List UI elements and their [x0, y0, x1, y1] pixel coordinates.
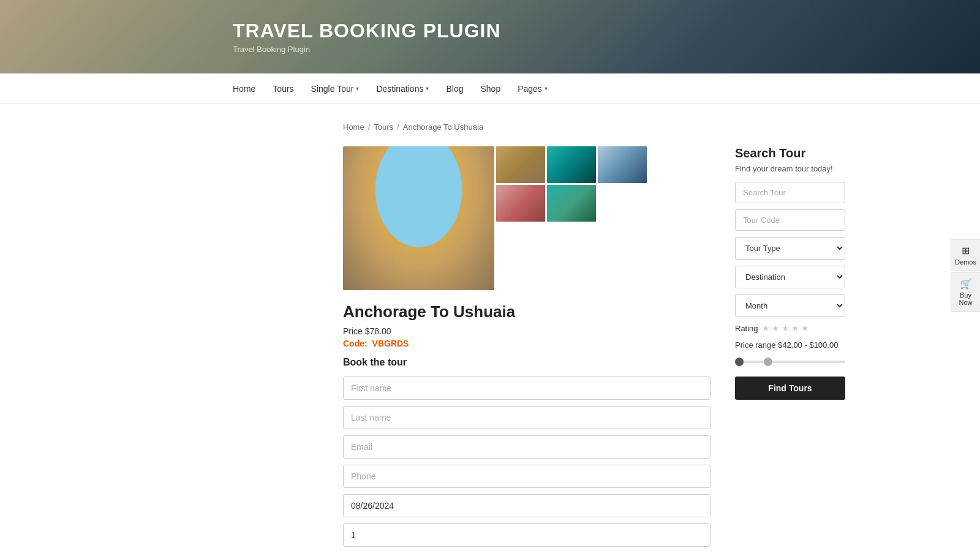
range-handle-left[interactable] — [735, 358, 744, 366]
email-row — [343, 435, 710, 459]
hero-subtitle: Travel Booking Plugin — [233, 45, 501, 54]
main-wrapper: Home / Tours / Anchorage To Ushuaia — [110, 104, 870, 551]
nav-pages[interactable]: Pages ▾ — [518, 84, 548, 94]
tour-type-select[interactable]: Tour Type Day Tour Multi-Day Tour Advent… — [735, 237, 845, 260]
buy-now-label: Buy Now — [955, 291, 976, 306]
breadcrumb-current: Anchorage To Ushuaia — [403, 122, 483, 132]
hero-content: TRAVEL BOOKING PLUGIN Travel Booking Plu… — [233, 20, 501, 54]
content-area: Anchorage To Ushuaia Price $78.00 Code: … — [343, 146, 845, 551]
rating-label: Rating — [735, 324, 758, 333]
booking-section: Anchorage To Ushuaia Price $78.00 Code: … — [343, 302, 710, 551]
first-name-row — [343, 377, 710, 400]
date-row — [343, 494, 710, 517]
phone-row — [343, 465, 710, 488]
nav-shop[interactable]: Shop — [480, 84, 500, 94]
phone-input[interactable] — [343, 465, 710, 488]
right-column: Search Tour Find your dream tour today! … — [735, 146, 845, 400]
tour-code-value: VBGRDS — [372, 339, 409, 348]
gallery-main-image — [343, 146, 494, 290]
price-range-label: Price range $42.00 - $100.00 — [735, 340, 845, 350]
quantity-input[interactable] — [343, 523, 710, 547]
gallery-thumbs-top-row — [496, 146, 647, 183]
month-select[interactable]: Month January February March April May J… — [735, 294, 845, 317]
pages-arrow: ▾ — [545, 85, 548, 92]
star-3[interactable]: ★ — [782, 323, 790, 333]
tour-title: Anchorage To Ushuaia — [343, 302, 710, 321]
book-title: Book the tour — [343, 357, 710, 368]
breadcrumb-home[interactable]: Home — [343, 122, 364, 132]
gallery-thumbs-bottom-row — [496, 185, 647, 222]
breadcrumb: Home / Tours / Anchorage To Ushuaia — [343, 122, 845, 132]
search-tour-subtitle: Find your dream tour today! — [735, 164, 845, 173]
star-4[interactable]: ★ — [791, 323, 799, 333]
destinations-arrow: ▾ — [426, 85, 429, 92]
gallery-container — [343, 146, 710, 290]
breadcrumb-tours[interactable]: Tours — [374, 122, 393, 132]
nav-blog[interactable]: Blog — [446, 84, 463, 94]
quantity-row — [343, 523, 710, 547]
gallery-thumb-4[interactable] — [496, 185, 545, 222]
nav-home[interactable]: Home — [233, 84, 255, 94]
hero-title: TRAVEL BOOKING PLUGIN — [233, 20, 501, 42]
gallery-thumb-3[interactable] — [598, 146, 647, 183]
destination-select[interactable]: Destination Europe Asia America Africa — [735, 266, 845, 288]
stars-container[interactable]: ★ ★ ★ ★ ★ — [762, 323, 809, 333]
range-track — [735, 361, 845, 363]
demos-button[interactable]: ⊞ Demos — [951, 239, 980, 271]
price-range-slider[interactable] — [735, 356, 845, 368]
cart-icon: 🛒 — [960, 278, 972, 290]
gallery-thumb-5[interactable] — [547, 185, 596, 222]
tour-code-input[interactable] — [735, 209, 845, 231]
hero-section: TRAVEL BOOKING PLUGIN Travel Booking Plu… — [0, 0, 980, 73]
star-5[interactable]: ★ — [801, 323, 809, 333]
demos-label: Demos — [955, 258, 976, 266]
breadcrumb-sep-1: / — [368, 122, 371, 132]
buy-now-button[interactable]: 🛒 Buy Now — [951, 272, 980, 312]
nav-single-tour[interactable]: Single Tour ▾ — [311, 84, 360, 94]
email-input[interactable] — [343, 435, 710, 459]
floating-sidebar: ⊞ Demos 🛒 Buy Now — [951, 239, 980, 312]
range-handle-right[interactable] — [764, 358, 772, 366]
gallery-main-wrapper — [343, 146, 494, 290]
main-nav: Home Tours Single Tour ▾ Destinations ▾ … — [0, 73, 980, 104]
gallery-thumb-2[interactable] — [547, 146, 596, 183]
star-1[interactable]: ★ — [762, 323, 770, 333]
nav-tours[interactable]: Tours — [273, 84, 293, 94]
left-column: Anchorage To Ushuaia Price $78.00 Code: … — [343, 146, 710, 551]
single-tour-arrow: ▾ — [356, 85, 359, 92]
star-2[interactable]: ★ — [772, 323, 780, 333]
rating-row: Rating ★ ★ ★ ★ ★ — [735, 323, 845, 333]
search-tour-input[interactable] — [735, 182, 845, 203]
first-name-input[interactable] — [343, 377, 710, 400]
search-tour-title: Search Tour — [735, 146, 845, 160]
last-name-row — [343, 406, 710, 429]
demos-icon: ⊞ — [962, 245, 970, 257]
gallery-thumb-1[interactable] — [496, 146, 545, 183]
date-input[interactable] — [343, 494, 710, 517]
nav-destinations[interactable]: Destinations ▾ — [376, 84, 429, 94]
gallery-main-img-bg — [343, 146, 494, 290]
last-name-input[interactable] — [343, 406, 710, 429]
find-tours-button[interactable]: Find Tours — [735, 377, 845, 400]
breadcrumb-sep-2: / — [397, 122, 399, 132]
tour-code: Code: VBGRDS — [343, 339, 710, 348]
tour-price: Price $78.00 — [343, 326, 710, 336]
gallery-thumbs — [496, 146, 647, 222]
